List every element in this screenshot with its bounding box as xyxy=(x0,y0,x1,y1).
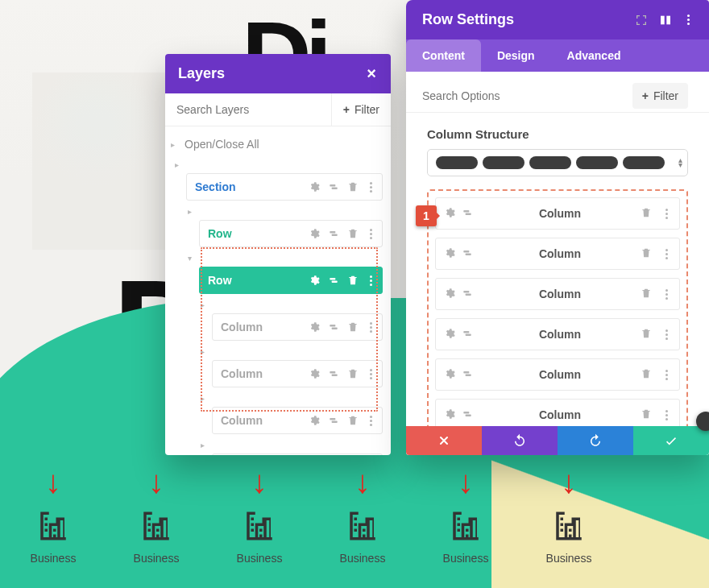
gear-icon[interactable] xyxy=(444,207,462,221)
column-item[interactable]: Column xyxy=(435,358,680,391)
tab-content[interactable]: Content xyxy=(406,39,481,72)
more-icon[interactable] xyxy=(366,275,375,286)
building-icon xyxy=(36,509,70,545)
options-filter-button[interactable]: +Filter xyxy=(632,83,688,109)
trash-icon[interactable] xyxy=(641,328,655,342)
duplicate-icon[interactable] xyxy=(327,321,340,333)
svg-rect-30 xyxy=(463,371,469,373)
business-item: ↓Business xyxy=(529,466,609,565)
more-icon[interactable] xyxy=(661,329,671,340)
layer-node[interactable]: ▸Column xyxy=(212,391,383,434)
business-label: Business xyxy=(443,552,489,565)
confirm-button[interactable] xyxy=(633,426,709,455)
layer-node[interactable]: ▸Section xyxy=(186,157,383,201)
svg-rect-21 xyxy=(666,15,670,24)
more-icon[interactable] xyxy=(366,182,375,193)
more-icon[interactable] xyxy=(661,209,671,219)
cancel-button[interactable] xyxy=(406,426,482,455)
column-structure-selector[interactable]: ▴▾ xyxy=(427,149,688,176)
layer-node[interactable]: ▸Column xyxy=(212,437,383,455)
tab-design[interactable]: Design xyxy=(481,39,551,72)
redo-button[interactable] xyxy=(558,426,633,455)
more-icon[interactable] xyxy=(366,416,375,426)
gear-icon[interactable] xyxy=(444,328,462,342)
svg-rect-6 xyxy=(330,325,335,326)
trash-icon[interactable] xyxy=(346,367,359,380)
more-icon[interactable] xyxy=(366,322,375,333)
column-name: Column xyxy=(479,328,641,341)
more-icon[interactable] xyxy=(366,369,375,379)
trash-icon[interactable] xyxy=(346,414,359,427)
layer-node[interactable]: ▸Column xyxy=(212,344,383,387)
trash-icon[interactable] xyxy=(346,274,359,287)
layer-label: Column xyxy=(213,367,308,380)
undo-button[interactable] xyxy=(482,426,558,455)
svg-rect-32 xyxy=(463,412,469,413)
column-item[interactable]: Column xyxy=(435,278,680,310)
close-icon[interactable]: × xyxy=(365,68,378,81)
duplicate-icon[interactable] xyxy=(327,227,340,240)
gear-icon[interactable] xyxy=(444,247,462,261)
gear-icon[interactable] xyxy=(308,367,321,380)
expand-icon[interactable] xyxy=(635,14,648,27)
building-icon xyxy=(139,509,173,545)
svg-rect-5 xyxy=(332,281,338,283)
trash-icon[interactable] xyxy=(641,207,655,221)
svg-rect-2 xyxy=(330,231,335,233)
duplicate-icon[interactable] xyxy=(462,368,479,382)
duplicate-icon[interactable] xyxy=(327,367,340,380)
layer-node[interactable]: ▸Column xyxy=(212,297,383,341)
gear-icon[interactable] xyxy=(308,180,321,193)
column-item[interactable]: Column xyxy=(435,318,680,350)
business-label: Business xyxy=(237,552,283,565)
gear-icon[interactable] xyxy=(444,408,462,422)
svg-rect-11 xyxy=(332,421,338,423)
duplicate-icon[interactable] xyxy=(327,180,340,193)
trash-icon[interactable] xyxy=(346,180,359,193)
more-icon[interactable] xyxy=(661,289,671,300)
building-icon xyxy=(243,509,276,545)
trash-icon[interactable] xyxy=(346,227,359,240)
duplicate-icon[interactable] xyxy=(462,288,479,301)
duplicate-icon[interactable] xyxy=(327,274,340,287)
duplicate-icon[interactable] xyxy=(462,207,479,221)
trash-icon[interactable] xyxy=(641,247,655,261)
trash-icon[interactable] xyxy=(346,321,359,333)
columns-icon[interactable] xyxy=(659,14,672,27)
duplicate-icon[interactable] xyxy=(462,328,479,342)
gear-icon[interactable] xyxy=(308,274,321,287)
layer-node[interactable]: ▸Row xyxy=(199,204,383,247)
trash-icon[interactable] xyxy=(641,368,655,382)
svg-rect-7 xyxy=(332,328,338,329)
trash-icon[interactable] xyxy=(641,288,655,301)
more-icon[interactable] xyxy=(366,229,375,239)
layer-node[interactable]: ▾Row xyxy=(199,251,383,294)
column-item[interactable]: Column xyxy=(435,197,680,230)
svg-rect-0 xyxy=(330,184,335,186)
open-close-all[interactable]: ▸Open/Close All xyxy=(173,131,383,157)
chevron-updown-icon: ▴▾ xyxy=(678,158,682,168)
duplicate-icon[interactable] xyxy=(462,247,479,261)
business-item: ↓Business xyxy=(116,466,197,565)
column-name: Column xyxy=(479,207,641,220)
options-search-input[interactable] xyxy=(419,80,632,112)
building-icon xyxy=(346,509,379,545)
layers-search-input[interactable] xyxy=(165,93,331,126)
more-icon[interactable] xyxy=(661,370,671,380)
duplicate-icon[interactable] xyxy=(462,408,479,422)
gear-icon[interactable] xyxy=(444,368,462,382)
column-item[interactable]: Column xyxy=(435,238,680,270)
layers-filter-button[interactable]: +Filter xyxy=(331,93,391,126)
gear-icon[interactable] xyxy=(308,321,321,333)
svg-rect-8 xyxy=(330,371,335,373)
gear-icon[interactable] xyxy=(308,227,321,240)
more-icon[interactable] xyxy=(661,249,671,259)
tab-advanced[interactable]: Advanced xyxy=(551,39,637,72)
gear-icon[interactable] xyxy=(308,414,321,427)
trash-icon[interactable] xyxy=(641,408,655,422)
gear-icon[interactable] xyxy=(444,288,462,301)
duplicate-icon[interactable] xyxy=(327,414,340,427)
layer-label: Column xyxy=(213,414,308,427)
more-icon[interactable] xyxy=(683,14,693,25)
more-icon[interactable] xyxy=(661,410,671,420)
